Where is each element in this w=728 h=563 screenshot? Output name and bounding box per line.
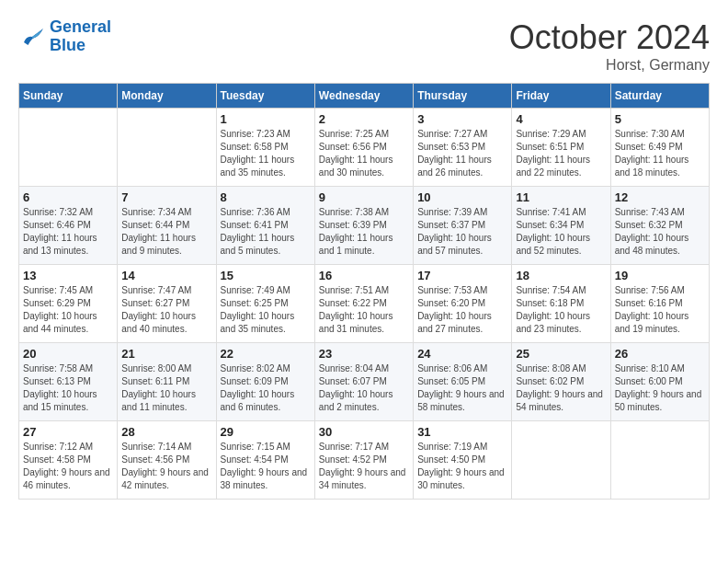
calendar-header: SundayMondayTuesdayWednesdayThursdayFrid… [19,84,710,109]
calendar-cell [512,421,610,500]
day-info: Sunrise: 7:41 AM Sunset: 6:34 PM Dayligh… [516,206,606,258]
day-info: Sunrise: 7:39 AM Sunset: 6:37 PM Dayligh… [417,206,507,258]
day-number: 30 [319,425,409,439]
day-info: Sunrise: 8:06 AM Sunset: 6:05 PM Dayligh… [417,362,507,414]
calendar-cell: 18Sunrise: 7:54 AM Sunset: 6:18 PM Dayli… [512,265,610,343]
calendar-cell: 24Sunrise: 8:06 AM Sunset: 6:05 PM Dayli… [414,343,512,421]
calendar-cell: 19Sunrise: 7:56 AM Sunset: 6:16 PM Dayli… [610,265,709,343]
day-number: 20 [23,347,113,361]
day-number: 12 [615,190,705,204]
calendar-cell: 28Sunrise: 7:14 AM Sunset: 4:56 PM Dayli… [118,421,216,500]
calendar-cell: 11Sunrise: 7:41 AM Sunset: 6:34 PM Dayli… [512,187,610,265]
week-row-5: 27Sunrise: 7:12 AM Sunset: 4:58 PM Dayli… [19,421,710,500]
day-number: 25 [516,347,606,361]
day-number: 17 [417,269,507,282]
calendar-cell: 26Sunrise: 8:10 AM Sunset: 6:00 PM Dayli… [610,343,709,421]
calendar-cell: 27Sunrise: 7:12 AM Sunset: 4:58 PM Dayli… [19,421,118,500]
day-number: 18 [516,269,606,282]
day-number: 4 [516,112,606,126]
calendar-cell: 14Sunrise: 7:47 AM Sunset: 6:27 PM Dayli… [118,265,216,343]
calendar-cell: 31Sunrise: 7:19 AM Sunset: 4:50 PM Dayli… [414,421,512,500]
day-number: 1 [221,112,311,126]
weekday-header-thursday: Thursday [414,84,512,109]
calendar-cell: 20Sunrise: 7:58 AM Sunset: 6:13 PM Dayli… [19,343,118,421]
day-info: Sunrise: 7:14 AM Sunset: 4:56 PM Dayligh… [121,441,211,492]
calendar-table: SundayMondayTuesdayWednesdayThursdayFrid… [18,83,710,500]
day-info: Sunrise: 7:45 AM Sunset: 6:29 PM Dayligh… [23,284,113,336]
day-info: Sunrise: 7:25 AM Sunset: 6:56 PM Dayligh… [319,128,409,179]
day-number: 31 [417,425,507,439]
day-info: Sunrise: 7:51 AM Sunset: 6:22 PM Dayligh… [319,284,409,336]
weekday-header-saturday: Saturday [610,84,709,109]
calendar-cell: 8Sunrise: 7:36 AM Sunset: 6:41 PM Daylig… [216,187,314,265]
day-number: 10 [417,190,507,204]
month-title: October 2024 [509,18,710,57]
day-number: 13 [23,269,113,282]
day-number: 7 [121,190,211,204]
logo-bird-icon [18,23,46,51]
day-info: Sunrise: 7:27 AM Sunset: 6:53 PM Dayligh… [417,128,507,179]
calendar-cell: 9Sunrise: 7:38 AM Sunset: 6:39 PM Daylig… [314,187,413,265]
calendar-cell: 16Sunrise: 7:51 AM Sunset: 6:22 PM Dayli… [314,265,413,343]
location: Horst, Germany [509,57,710,74]
day-info: Sunrise: 7:56 AM Sunset: 6:16 PM Dayligh… [615,284,705,336]
calendar-cell: 7Sunrise: 7:34 AM Sunset: 6:44 PM Daylig… [118,187,216,265]
weekday-header-wednesday: Wednesday [314,84,413,109]
calendar-cell: 17Sunrise: 7:53 AM Sunset: 6:20 PM Dayli… [414,265,512,343]
logo-general: General [50,17,111,36]
day-number: 21 [121,347,211,361]
title-block: October 2024 Horst, Germany [509,18,710,74]
calendar-cell: 2Sunrise: 7:25 AM Sunset: 6:56 PM Daylig… [314,109,413,187]
calendar-cell: 15Sunrise: 7:49 AM Sunset: 6:25 PM Dayli… [216,265,314,343]
calendar-cell: 5Sunrise: 7:30 AM Sunset: 6:49 PM Daylig… [610,109,709,187]
day-info: Sunrise: 8:08 AM Sunset: 6:02 PM Dayligh… [516,362,606,414]
week-row-1: 1Sunrise: 7:23 AM Sunset: 6:58 PM Daylig… [19,109,710,187]
logo: General Blue [18,18,111,55]
logo-blue: Blue [50,36,85,54]
day-number: 5 [615,112,705,126]
day-number: 22 [221,347,311,361]
week-row-2: 6Sunrise: 7:32 AM Sunset: 6:46 PM Daylig… [19,187,710,265]
day-number: 3 [417,112,507,126]
day-number: 24 [417,347,507,361]
weekday-header-sunday: Sunday [19,84,118,109]
calendar-cell: 12Sunrise: 7:43 AM Sunset: 6:32 PM Dayli… [610,187,709,265]
day-info: Sunrise: 7:34 AM Sunset: 6:44 PM Dayligh… [121,206,211,258]
weekday-header-tuesday: Tuesday [216,84,314,109]
weekday-row: SundayMondayTuesdayWednesdayThursdayFrid… [19,84,710,109]
day-info: Sunrise: 7:49 AM Sunset: 6:25 PM Dayligh… [221,284,311,336]
day-number: 8 [221,190,311,204]
calendar-cell: 6Sunrise: 7:32 AM Sunset: 6:46 PM Daylig… [19,187,118,265]
day-info: Sunrise: 7:19 AM Sunset: 4:50 PM Dayligh… [417,441,507,492]
day-info: Sunrise: 7:54 AM Sunset: 6:18 PM Dayligh… [516,284,606,336]
calendar-cell: 25Sunrise: 8:08 AM Sunset: 6:02 PM Dayli… [512,343,610,421]
calendar-cell: 30Sunrise: 7:17 AM Sunset: 4:52 PM Dayli… [314,421,413,500]
weekday-header-monday: Monday [118,84,216,109]
day-info: Sunrise: 7:23 AM Sunset: 6:58 PM Dayligh… [221,128,311,179]
day-number: 19 [615,269,705,282]
day-number: 9 [319,190,409,204]
day-info: Sunrise: 8:04 AM Sunset: 6:07 PM Dayligh… [319,362,409,414]
day-number: 23 [319,347,409,361]
calendar-cell: 4Sunrise: 7:29 AM Sunset: 6:51 PM Daylig… [512,109,610,187]
calendar-cell: 23Sunrise: 8:04 AM Sunset: 6:07 PM Dayli… [314,343,413,421]
day-number: 6 [23,190,113,204]
week-row-4: 20Sunrise: 7:58 AM Sunset: 6:13 PM Dayli… [19,343,710,421]
calendar-cell: 22Sunrise: 8:02 AM Sunset: 6:09 PM Dayli… [216,343,314,421]
day-info: Sunrise: 7:58 AM Sunset: 6:13 PM Dayligh… [23,362,113,414]
day-number: 15 [221,269,311,282]
day-info: Sunrise: 7:32 AM Sunset: 6:46 PM Dayligh… [23,206,113,258]
calendar-cell [118,109,216,187]
day-number: 29 [221,425,311,439]
day-info: Sunrise: 7:12 AM Sunset: 4:58 PM Dayligh… [23,441,113,492]
calendar-cell [610,421,709,500]
page-header: General Blue October 2024 Horst, Germany [18,18,710,74]
week-row-3: 13Sunrise: 7:45 AM Sunset: 6:29 PM Dayli… [19,265,710,343]
day-number: 11 [516,190,606,204]
day-info: Sunrise: 7:53 AM Sunset: 6:20 PM Dayligh… [417,284,507,336]
day-info: Sunrise: 7:47 AM Sunset: 6:27 PM Dayligh… [121,284,211,336]
calendar-cell: 10Sunrise: 7:39 AM Sunset: 6:37 PM Dayli… [414,187,512,265]
day-info: Sunrise: 7:30 AM Sunset: 6:49 PM Dayligh… [615,128,705,179]
day-number: 28 [121,425,211,439]
day-info: Sunrise: 8:10 AM Sunset: 6:00 PM Dayligh… [615,362,705,414]
